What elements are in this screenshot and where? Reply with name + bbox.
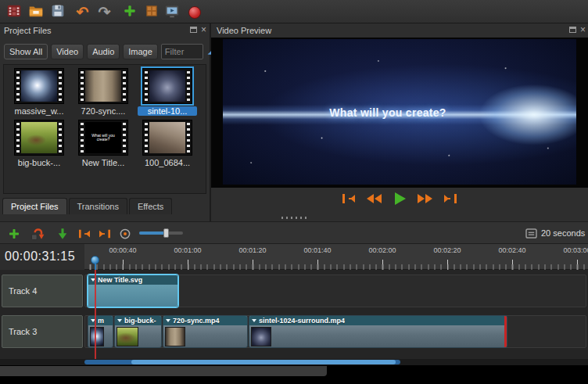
track-4-label[interactable]: Track 4 [2, 275, 83, 307]
new-project-button[interactable] [4, 2, 23, 22]
clip-header: 720-sync.mp4 [163, 316, 247, 325]
clip-big-buck[interactable]: big-buck- [114, 315, 162, 348]
ruler-label: 00:02:00 [363, 246, 402, 254]
ruler-label: 00:00:40 [103, 246, 142, 254]
clip-massive[interactable]: m [88, 315, 113, 348]
title-thumb-text: What will you create? [85, 134, 121, 142]
ruler-minor-ticks [88, 264, 588, 270]
close-panel-icon[interactable]: × [580, 27, 586, 33]
save-project-button[interactable] [48, 2, 67, 22]
timeline-zoom-slider[interactable] [139, 231, 183, 235]
file-label: massive_w... [9, 106, 69, 116]
tab-project-files[interactable]: Project Files [2, 198, 67, 214]
redo-button[interactable]: ↷ [95, 2, 114, 22]
timeline-ruler[interactable]: 00:00:40 00:01:00 00:01:20 00:01:40 00:0… [0, 244, 588, 270]
clip-header: big-buck- [115, 316, 161, 325]
playhead-line [95, 270, 96, 359]
add-marker-icon [56, 227, 70, 241]
file-item-newtitle[interactable]: What will you create? New Title... [73, 120, 134, 167]
center-playhead-button[interactable] [116, 224, 134, 243]
timeline-scrollbar-highlight [131, 360, 396, 364]
ruler-label: 00:01:00 [168, 246, 207, 254]
next-marker-button[interactable] [95, 224, 114, 243]
filter-input[interactable] [161, 44, 203, 59]
project-files-list: massive_w... 720-sync.... sintel-10... b… [3, 64, 206, 194]
file-label: New Title... [74, 158, 133, 167]
close-panel-icon[interactable]: × [201, 27, 206, 33]
chevron-down-icon[interactable] [117, 319, 122, 322]
rewind-button[interactable] [366, 190, 383, 207]
clip-720-sync[interactable]: 720-sync.mp4 [163, 315, 248, 348]
zoom-scale-icon [525, 228, 537, 242]
choose-profile-button[interactable] [142, 2, 161, 22]
ruler-label: 00:03:00 [558, 246, 588, 254]
clip-header: m [88, 316, 113, 325]
track-3-label[interactable]: Track 3 [2, 315, 83, 348]
file-label: sintel-10... [138, 106, 197, 116]
file-item-bigbuck[interactable]: big-buck-... [9, 120, 70, 167]
filter-audio-button[interactable]: Audio [87, 44, 120, 59]
window-bottom-edge [0, 365, 588, 384]
openshot-window: ↶ ↷ Project Files × Show Al [0, 0, 588, 384]
add-track-button[interactable] [5, 224, 23, 243]
center-playhead-icon [118, 227, 132, 241]
timeline-scrollbar-track[interactable] [0, 359, 588, 365]
file-item-massive[interactable]: massive_w... [9, 68, 70, 116]
clip-thumbnail [251, 327, 271, 346]
undo-icon: ↶ [77, 5, 89, 20]
clip-new-title[interactable]: New Title.svg [88, 275, 178, 307]
timeline-toolbar: 20 seconds [0, 221, 588, 244]
splitter-handle[interactable] [281, 217, 307, 219]
jump-end-button[interactable] [443, 190, 458, 207]
previous-marker-button[interactable] [75, 224, 94, 243]
file-label: 720-sync.... [74, 106, 133, 116]
import-files-button[interactable] [120, 2, 139, 22]
timeline-scrollbar-thumb[interactable] [84, 360, 400, 364]
timeline-tracks-area: Track 4 Track 3 New Title.svg m big-b [0, 270, 588, 359]
fast-forward-button[interactable] [416, 190, 433, 207]
clip-label: 720-sync.mp4 [173, 317, 220, 325]
left-panel-tabs: Project Files Transitions Effects [2, 198, 172, 214]
main-toolbar: ↶ ↷ [0, 0, 588, 23]
export-video-button[interactable] [185, 2, 204, 22]
float-panel-icon[interactable] [569, 27, 576, 33]
file-item-100-0684[interactable]: 100_0684... [137, 120, 198, 167]
filter-video-button[interactable]: Video [51, 44, 84, 59]
undo-button[interactable]: ↶ [73, 2, 92, 22]
clip-sintel[interactable]: sintel-1024-surround.mp4 [249, 315, 507, 348]
clip-label: big-buck- [124, 317, 156, 325]
filter-show-all-button[interactable]: Show All [4, 44, 48, 59]
new-project-icon [5, 2, 23, 23]
clip-label: m [98, 317, 104, 325]
clip-label: sintel-1024-surround.mp4 [259, 317, 345, 325]
title-thumbnail: What will you create? [78, 120, 128, 156]
file-item-sintel[interactable]: sintel-10... [137, 68, 198, 116]
rewind-icon [366, 192, 383, 205]
filter-image-button[interactable]: Image [123, 44, 158, 59]
play-button[interactable] [393, 190, 407, 207]
tab-transitions[interactable]: Transitions [69, 198, 127, 214]
tab-effects[interactable]: Effects [129, 198, 172, 214]
playback-controls [211, 190, 588, 207]
jump-start-icon [341, 192, 357, 205]
file-label: big-buck-... [9, 158, 69, 167]
chevron-down-icon[interactable] [252, 319, 256, 322]
file-item-720sync[interactable]: 720-sync.... [73, 68, 134, 116]
status-bar [0, 366, 327, 376]
fullscreen-button[interactable] [162, 2, 181, 22]
choose-profile-icon [144, 3, 160, 22]
chevron-down-icon[interactable] [166, 319, 170, 322]
float-panel-icon[interactable] [190, 27, 197, 33]
file-filter-row: Show All Video Audio Image [4, 43, 220, 60]
open-project-button[interactable] [26, 2, 45, 22]
add-marker-button[interactable] [53, 224, 72, 243]
playhead-stem [95, 264, 96, 270]
add-track-icon [7, 227, 21, 241]
snapping-toggle[interactable] [28, 224, 47, 243]
clip-header: New Title.svg [88, 275, 177, 285]
zoom-slider-handle[interactable] [163, 228, 169, 238]
previous-marker-icon [77, 228, 91, 239]
fullscreen-icon [163, 2, 181, 23]
jump-start-button[interactable] [341, 190, 357, 207]
clip-label: New Title.svg [98, 276, 142, 284]
